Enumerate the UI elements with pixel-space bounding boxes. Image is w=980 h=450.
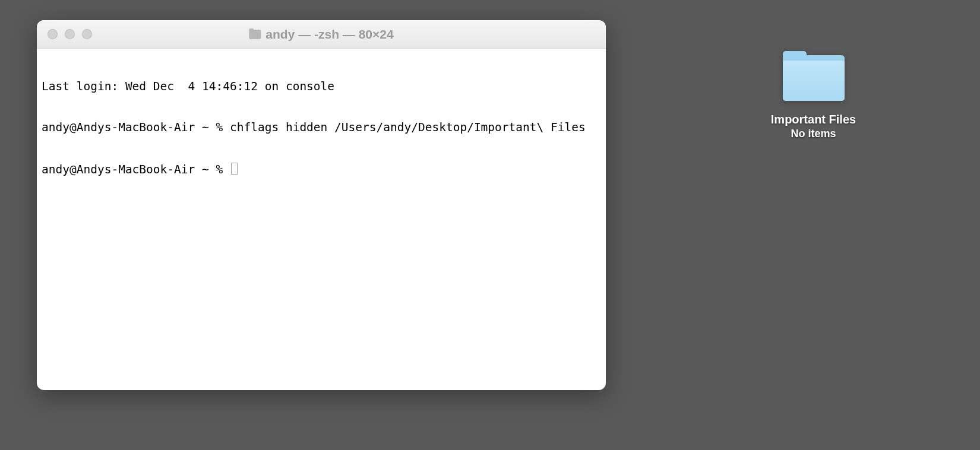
- folder-icon: [783, 51, 845, 101]
- terminal-titlebar[interactable]: andy — -zsh — 80×24: [37, 20, 606, 49]
- desktop-folder-label: Important Files: [771, 113, 856, 126]
- window-title-group: andy — -zsh — 80×24: [249, 27, 393, 42]
- terminal-body[interactable]: Last login: Wed Dec 4 14:46:12 on consol…: [37, 49, 606, 390]
- terminal-window[interactable]: andy — -zsh — 80×24 Last login: Wed Dec …: [37, 20, 606, 390]
- traffic-lights: [48, 29, 92, 39]
- desktop-folder-important-files[interactable]: Important Files No items: [767, 51, 859, 140]
- cursor-icon: [231, 163, 238, 175]
- folder-icon: [249, 30, 261, 39]
- desktop-folder-subtitle: No items: [791, 128, 836, 140]
- terminal-line-last-login: Last login: Wed Dec 4 14:46:12 on consol…: [42, 80, 601, 93]
- terminal-prompt: andy@Andys-MacBook-Air ~ %: [42, 163, 230, 176]
- zoom-button[interactable]: [82, 29, 92, 39]
- terminal-line-command: andy@Andys-MacBook-Air ~ % chflags hidde…: [42, 121, 601, 134]
- minimize-button[interactable]: [65, 29, 75, 39]
- window-title: andy — -zsh — 80×24: [265, 27, 393, 42]
- terminal-prompt-row: andy@Andys-MacBook-Air ~ %: [42, 161, 601, 176]
- close-button[interactable]: [48, 29, 58, 39]
